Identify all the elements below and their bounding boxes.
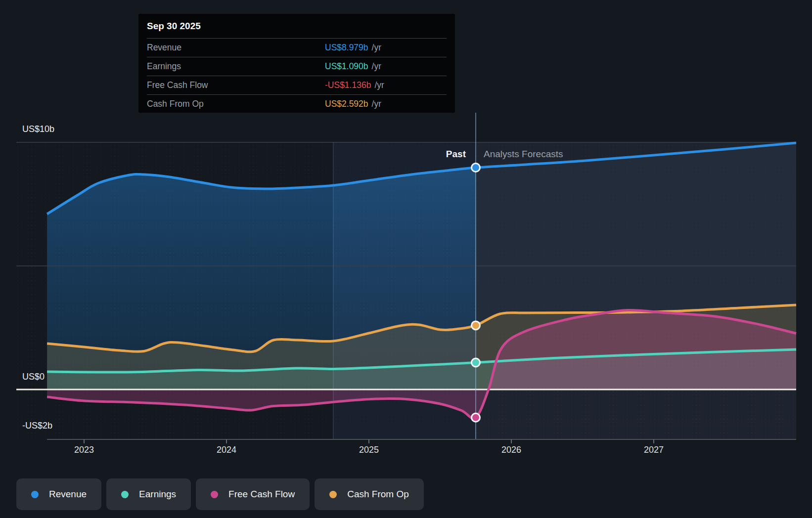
tooltip-suffix: /yr — [374, 80, 384, 90]
revenue-dot-icon — [31, 491, 39, 498]
free-cash-flow-dot-icon — [211, 491, 218, 498]
earnings-dot-icon — [121, 491, 129, 498]
plot-texture — [16, 142, 796, 439]
y-axis-label-0: US$0 — [22, 372, 45, 382]
tooltip-date: Sep 30 2025 — [147, 14, 447, 38]
tooltip-value: US$2.592b — [325, 99, 368, 109]
tooltip-row-cash-from-op: Cash From Op US$2.592b/yr — [147, 94, 447, 113]
legend-label: Free Cash Flow — [228, 489, 295, 500]
legend-item-cash-from-op[interactable]: Cash From Op — [315, 478, 424, 510]
tooltip-label: Free Cash Flow — [147, 80, 208, 90]
y-axis-label-10b: US$10b — [22, 124, 54, 134]
legend-label: Earnings — [139, 489, 176, 500]
y-axis-label-neg2b: -US$2b — [22, 421, 52, 431]
legend-label: Cash From Op — [347, 489, 409, 500]
past-label: Past — [317, 149, 466, 160]
cash-from-op-marker[interactable] — [472, 321, 480, 330]
tooltip-suffix: /yr — [372, 99, 381, 109]
revenue-marker[interactable] — [472, 164, 480, 172]
tooltip-value: -US$1.136b — [325, 80, 371, 90]
tooltip-value: US$8.979b — [325, 43, 368, 53]
tooltip-label: Revenue — [147, 43, 181, 53]
tooltip-value: US$1.090b — [325, 61, 368, 72]
legend-label: Revenue — [49, 489, 87, 500]
x-axis-label-2026: 2026 — [501, 445, 521, 455]
tooltip-label: Cash From Op — [147, 99, 204, 109]
legend-item-earnings[interactable]: Earnings — [106, 478, 191, 510]
tooltip-row-free-cash-flow: Free Cash Flow -US$1.136b/yr — [147, 76, 447, 94]
free-cash-flow-marker[interactable] — [472, 413, 480, 422]
chart-legend: Revenue Earnings Free Cash Flow Cash Fro… — [16, 478, 424, 510]
cash-from-op-dot-icon — [329, 491, 337, 498]
earnings-marker[interactable] — [472, 358, 480, 367]
tooltip-suffix: /yr — [372, 43, 381, 53]
x-axis-label-2025: 2025 — [359, 445, 379, 455]
x-axis-label-2023: 2023 — [74, 445, 94, 455]
x-axis-label-2027: 2027 — [644, 445, 664, 455]
legend-item-revenue[interactable]: Revenue — [16, 478, 101, 510]
tooltip-row-revenue: Revenue US$8.979b/yr — [147, 38, 447, 57]
analysts-forecasts-label: Analysts Forecasts — [484, 149, 563, 160]
tooltip-suffix: /yr — [372, 61, 381, 72]
tooltip-label: Earnings — [147, 61, 181, 72]
tooltip-row-earnings: Earnings US$1.090b/yr — [147, 57, 447, 76]
legend-item-free-cash-flow[interactable]: Free Cash Flow — [196, 478, 310, 510]
earnings-revenue-forecast-chart: US$10b US$0 -US$2b 2023 2024 2025 2026 2… — [0, 0, 812, 518]
x-axis-label-2024: 2024 — [217, 445, 236, 455]
chart-tooltip: Sep 30 2025 Revenue US$8.979b/yr Earning… — [138, 14, 455, 113]
